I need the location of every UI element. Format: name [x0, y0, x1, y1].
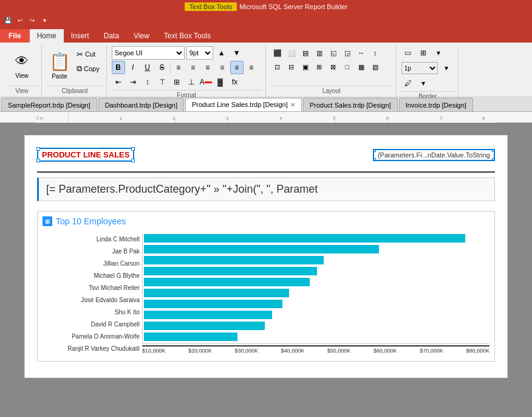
indent-left-button[interactable]: ⇤ — [112, 75, 125, 89]
date-param-textbox[interactable]: {Parameters.Fi...nDate.Value.ToString — [373, 149, 495, 161]
valign-top-button[interactable]: ⊤ — [155, 75, 169, 89]
layout-btn-7[interactable]: ↔ — [355, 46, 368, 60]
align-center-button[interactable]: ≡ — [186, 61, 200, 74]
align-left-button[interactable]: ≡ — [172, 61, 185, 74]
bar-row-1 — [144, 244, 489, 254]
text-color-button[interactable]: A — [199, 75, 213, 89]
layout-btn-8[interactable]: ↕ — [369, 46, 382, 60]
layout-btn-1[interactable]: ⬛ — [271, 46, 284, 60]
bar-label-9: Ranjit R Varkey Chudukatil — [43, 343, 140, 354]
tab-file[interactable]: File — [0, 29, 30, 43]
bar-fill-9 — [144, 333, 237, 341]
tab-productsales[interactable]: Product Sales.trdp [Design] — [303, 98, 398, 111]
close-productlinesales-button[interactable]: ✕ — [290, 102, 295, 108]
layout-group-content: ⬛ ⬜ ▤ ▥ ◱ ◲ ↔ ↕ ⊡ ⊟ ▣ ⊞ ⊠ □ ▦ ▧ — [271, 46, 392, 84]
tab-productsales-label: Product Sales.trdp [Design] — [310, 102, 391, 109]
italic-button[interactable]: I — [126, 61, 140, 74]
tab-invoice[interactable]: Invoice.trdp [Design] — [399, 98, 473, 111]
copy-button[interactable]: ⧉ Copy — [73, 62, 103, 75]
font-select[interactable]: Segoe UI — [112, 46, 185, 60]
save-button[interactable]: 💾 — [2, 15, 13, 26]
handle-bl[interactable] — [36, 159, 40, 162]
layout-btn-9[interactable]: ⊡ — [271, 60, 284, 74]
indent-right-button[interactable]: ⇥ — [126, 75, 140, 89]
handle-tl[interactable] — [36, 147, 40, 151]
tab-data[interactable]: Data — [97, 29, 126, 43]
layout-btn-3[interactable]: ▤ — [299, 46, 312, 60]
layout-btn-15[interactable]: ▦ — [355, 60, 368, 74]
product-title-textbox[interactable]: PRODUCT LINE SALES — [37, 148, 134, 162]
chart-title: Top 10 Employees — [56, 216, 126, 226]
tab-insert[interactable]: Insert — [64, 29, 97, 43]
layout-btn-12[interactable]: ⊞ — [313, 60, 326, 74]
bar-chart-area: $10,000K$20,000K$30,000K$40,000K$50,000K… — [142, 233, 489, 354]
tab-textboxtools[interactable]: Text Box Tools — [157, 29, 218, 43]
valign-middle-button[interactable]: ⊞ — [170, 75, 183, 89]
bar-row-2 — [144, 255, 489, 265]
handle-br-date[interactable] — [492, 158, 495, 161]
layout-btn-11[interactable]: ▣ — [299, 60, 312, 74]
x-axis-label-5: $60,000K — [373, 348, 397, 354]
font-size-select[interactable]: 9pt — [186, 46, 213, 60]
layout-btn-2[interactable]: ⬜ — [285, 46, 298, 60]
border-style-button[interactable]: ▭ — [401, 46, 415, 60]
main-content: PRODUCT LINE SALES {Parameters.Fi...nDat… — [0, 123, 532, 417]
grow-font-button[interactable]: ▲ — [215, 46, 228, 60]
layout-btn-13[interactable]: ⊠ — [327, 60, 340, 74]
border-color-dropdown[interactable]: ▾ — [417, 77, 430, 90]
strikethrough-button[interactable]: S — [155, 61, 169, 74]
preview-button[interactable]: 👁 View — [6, 47, 38, 84]
align-full-button[interactable]: ≡ — [230, 61, 244, 74]
border-color-icon: 🖊 — [404, 79, 412, 88]
bar-row-9 — [144, 332, 489, 342]
placeholder-button[interactable]: fx — [228, 75, 242, 89]
paste-area: 📋 Paste ✂ Cut ⧉ Copy — [47, 48, 103, 83]
shrink-font-button[interactable]: ▼ — [230, 46, 244, 60]
layout-btn-6[interactable]: ◲ — [341, 46, 354, 60]
highlight-button[interactable]: ▓ — [214, 75, 227, 89]
border-group-content: ▭ ⊞ ▾ 1p ▾ 🖊 ▾ — [401, 46, 454, 90]
justify-button[interactable]: ≡ — [216, 61, 229, 74]
layout-btn-14[interactable]: □ — [341, 60, 354, 74]
border-size-dropdown[interactable]: ▾ — [440, 61, 453, 75]
layout-btn-16[interactable]: ▧ — [369, 60, 382, 74]
paste-button[interactable]: 📋 Paste — [47, 48, 72, 83]
preview-icon: 👁 — [12, 52, 32, 71]
chart-icon: ▦ — [43, 216, 52, 226]
align-right-button[interactable]: ≡ — [201, 61, 214, 74]
border-all-button[interactable]: ⊞ — [417, 46, 430, 60]
cut-button[interactable]: ✂ Cut — [73, 48, 103, 61]
tab-home[interactable]: Home — [30, 29, 64, 43]
border-size-select[interactable]: 1p — [401, 62, 438, 74]
customize-quick-toolbar-button[interactable]: ▾ — [39, 15, 50, 26]
underline-button[interactable]: U — [141, 61, 154, 74]
layout-btn-10[interactable]: ⊟ — [285, 60, 298, 74]
bold-button[interactable]: B — [112, 61, 125, 74]
border-dropdown[interactable]: ▾ — [432, 46, 445, 60]
line-height-button[interactable]: ↕ — [141, 75, 154, 89]
handle-tl-date[interactable] — [373, 149, 376, 152]
layout-btn-4[interactable]: ▥ — [313, 46, 326, 60]
tab-dashboard[interactable]: Dashboard.trdp [Design] — [98, 98, 184, 111]
copy-label: Copy — [84, 65, 100, 72]
handle-tr[interactable] — [131, 147, 135, 151]
paste-icon: 📋 — [49, 52, 70, 72]
tab-productlinesales[interactable]: Product Line Sales.trdp [Design] ✕ — [185, 98, 302, 111]
handle-tr-date[interactable] — [492, 149, 495, 152]
tab-view[interactable]: View — [126, 29, 157, 43]
valign-bottom-button[interactable]: ⊥ — [185, 75, 198, 89]
handle-br[interactable] — [131, 159, 135, 162]
preview-label: View — [15, 72, 29, 79]
border-color-button[interactable]: 🖊 — [401, 77, 415, 90]
align-distributed-button[interactable]: ≡ — [245, 61, 258, 74]
handle-bl-date[interactable] — [373, 158, 376, 161]
tab-samplereport[interactable]: SampleReport.trdp [Design] — [1, 98, 97, 111]
x-axis-label-3: $40,000K — [281, 348, 305, 354]
expression-line[interactable]: [= Parameters.ProductCategory+" » "+Join… — [37, 177, 495, 201]
bar-row-4 — [144, 277, 489, 287]
bar-label-2: Jillian Carson — [43, 258, 140, 269]
redo-button[interactable]: ↪ — [27, 15, 38, 26]
undo-button[interactable]: ↩ — [15, 15, 26, 26]
layout-btn-5[interactable]: ◱ — [327, 46, 340, 60]
svg-text:8: 8 — [482, 115, 485, 121]
